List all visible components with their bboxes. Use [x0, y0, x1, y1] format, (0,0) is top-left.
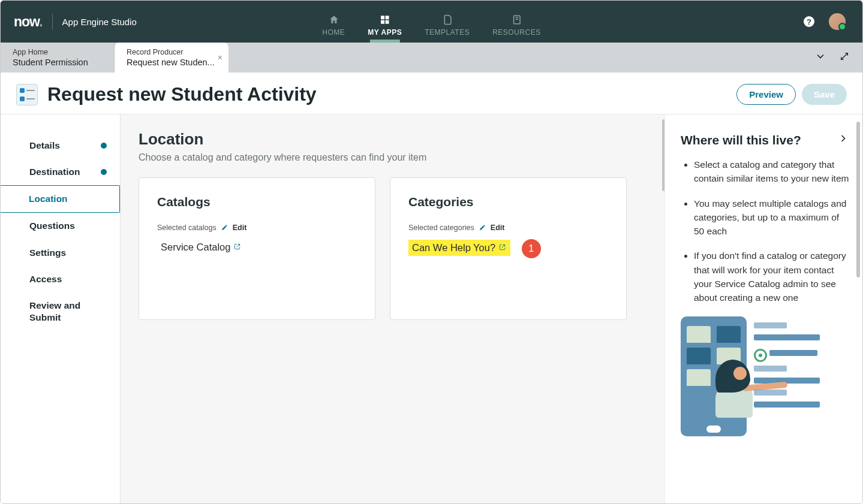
topnav-templates-label: TEMPLATES	[425, 28, 470, 37]
topnav-home-label: HOME	[322, 28, 345, 37]
right-help-list: Select a catalog and category that conta…	[681, 158, 849, 304]
page-title: Request new Student Activity	[47, 83, 317, 105]
bar-icon	[754, 334, 820, 340]
status-dot-icon	[101, 143, 107, 149]
help-bullet-2: If you don't find a catalog or category …	[694, 249, 849, 304]
tab-app-home-line1: App Home	[13, 48, 102, 56]
categories-edit-link[interactable]: Edit	[491, 224, 505, 232]
right-title-row: Where will this live?	[681, 132, 849, 148]
annotation-badge: 1	[522, 239, 541, 258]
scrollbar[interactable]	[856, 122, 860, 277]
brand-logo[interactable]: now.	[14, 14, 53, 30]
illustration-phone	[681, 316, 747, 436]
tab-app-home[interactable]: App Home Student Permission	[1, 43, 115, 73]
sidebar-destination-label: Destination	[29, 167, 80, 177]
close-icon[interactable]: ×	[218, 53, 222, 62]
svg-rect-0	[381, 16, 384, 19]
phone-home-icon	[706, 425, 721, 433]
product-name: App Engine Studio	[53, 17, 137, 27]
page-header: Request new Student Activity Preview Sav…	[1, 73, 862, 114]
catalogs-selected-row: Selected catalogs Edit	[157, 224, 357, 232]
categories-card: Categories Selected categories Edit Can …	[390, 177, 627, 320]
save-button: Save	[802, 84, 847, 105]
content: Location Choose a catalog and category w…	[121, 114, 664, 504]
topnav-templates[interactable]: TEMPLATES	[425, 1, 470, 43]
pencil-icon[interactable]	[479, 224, 486, 232]
help-bullet-1: You may select multiple catalogs and cat…	[694, 197, 849, 239]
illustration	[681, 316, 849, 436]
external-link-icon	[499, 244, 506, 252]
category-link-text: Can We Help You?	[412, 242, 495, 253]
chevron-down-icon[interactable]	[814, 50, 826, 65]
preview-button[interactable]: Preview	[736, 84, 796, 105]
content-subtitle: Choose a catalog and category where requ…	[139, 152, 647, 163]
brand-logo-text: now	[14, 14, 39, 29]
folder-icon	[717, 326, 741, 343]
topnav-home[interactable]: HOME	[322, 1, 345, 43]
topnav-resources[interactable]: RESOURCES	[492, 1, 541, 43]
right-title: Where will this live?	[681, 133, 801, 147]
chevron-right-icon[interactable]	[837, 132, 849, 148]
resources-icon	[510, 14, 522, 26]
sidebar-review-label: Review and Submit	[29, 300, 80, 322]
content-title: Location	[139, 130, 647, 149]
topnav-myapps-label: MY APPS	[368, 28, 402, 37]
sidebar-location-label: Location	[29, 194, 68, 204]
home-icon	[327, 14, 339, 26]
external-link-icon	[234, 243, 240, 251]
right-panel: Where will this live? Select a catalog a…	[664, 114, 862, 504]
bar-icon	[769, 350, 817, 356]
sidebar-item-destination[interactable]: Destination	[1, 159, 120, 185]
expand-icon[interactable]	[840, 52, 849, 64]
catalogs-card: Catalogs Selected catalogs Edit Service …	[139, 177, 375, 320]
catalog-link-service-catalog[interactable]: Service Catalog	[157, 239, 245, 255]
catalogs-edit-link[interactable]: Edit	[233, 224, 247, 232]
topnav-resources-label: RESOURCES	[492, 28, 541, 37]
top-nav: HOME MY APPS TEMPLATES RESOURCES	[322, 1, 540, 43]
sidebar-item-review[interactable]: Review and Submit	[1, 292, 120, 331]
categories-sub-label: Selected categories	[408, 224, 474, 232]
catalogs-card-title: Catalogs	[157, 195, 357, 209]
sidebar-access-label: Access	[29, 274, 62, 284]
tab-app-home-line2: Student Permission	[13, 58, 102, 67]
category-item-row: Can We Help You? 1	[408, 239, 608, 258]
brand-wrap: now. App Engine Studio	[1, 14, 137, 30]
svg-rect-1	[386, 16, 389, 19]
sidebar-item-details[interactable]: Details	[1, 132, 120, 159]
svg-rect-3	[386, 20, 389, 24]
header-actions: Preview Save	[736, 84, 847, 105]
bar-icon	[754, 366, 787, 372]
tab-strip: App Home Student Permission Record Produ…	[1, 43, 862, 73]
pencil-icon[interactable]	[221, 224, 228, 232]
help-bullet-0: Select a catalog and category that conta…	[694, 158, 849, 186]
avatar[interactable]	[829, 13, 846, 30]
templates-icon	[441, 14, 453, 26]
bar-icon	[754, 322, 787, 328]
catalog-item-row: Service Catalog	[157, 239, 357, 255]
catalogs-sub-label: Selected catalogs	[157, 224, 216, 232]
folder-icon	[687, 326, 711, 343]
sidebar: Details Destination Location Questions S…	[1, 114, 121, 504]
tab-rp-line1: Record Producer	[127, 48, 216, 56]
help-icon[interactable]: ?	[804, 16, 814, 27]
sidebar-item-questions[interactable]: Questions	[1, 213, 120, 239]
topnav-myapps[interactable]: MY APPS	[368, 1, 402, 43]
tab-rp-line2: Request new Studen...	[127, 58, 216, 67]
tab-record-producer[interactable]: Record Producer Request new Studen... ×	[115, 43, 228, 73]
grid-icon	[379, 14, 391, 26]
cards-row: Catalogs Selected catalogs Edit Service …	[139, 177, 647, 320]
record-producer-icon	[16, 84, 38, 105]
catalog-link-text: Service Catalog	[161, 242, 230, 253]
sidebar-item-access[interactable]: Access	[1, 266, 120, 292]
brand-logo-dot: .	[39, 14, 42, 29]
sidebar-settings-label: Settings	[29, 248, 66, 258]
category-link-can-we-help-you[interactable]: Can We Help You?	[408, 240, 510, 256]
sidebar-questions-label: Questions	[29, 221, 75, 231]
folder-icon	[687, 348, 711, 364]
sidebar-item-settings[interactable]: Settings	[1, 240, 120, 266]
svg-line-7	[841, 53, 848, 60]
sidebar-item-location[interactable]: Location	[0, 185, 120, 213]
tabstrip-right	[814, 43, 862, 73]
categories-card-title: Categories	[408, 195, 608, 209]
status-dot-icon	[101, 169, 107, 175]
